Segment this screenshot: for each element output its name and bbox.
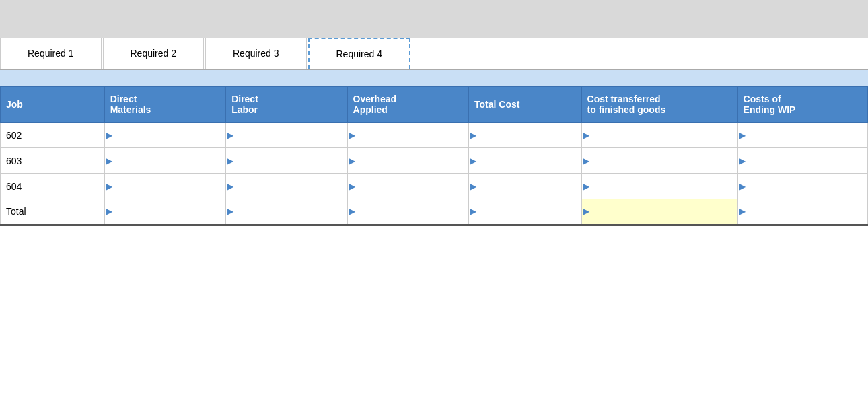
header-banner [0, 0, 868, 38]
input-ctfg-row3[interactable] [582, 199, 737, 224]
tab-required1[interactable]: Required 1 [0, 38, 102, 69]
cell-ewip-row3[interactable]: ▶ [737, 199, 867, 225]
row-label-3: Total [1, 199, 105, 225]
row-label-1: 603 [1, 148, 105, 174]
tab-required3[interactable]: Required 3 [205, 38, 307, 69]
cell-dm-row1[interactable]: ▶ [104, 148, 225, 174]
arrow-icon: ▶ [470, 156, 476, 166]
table-row: Total▶▶▶▶▶▶ [1, 199, 868, 225]
arrow-icon: ▶ [470, 207, 476, 216]
arrow-icon: ▶ [739, 131, 746, 140]
arrow-icon: ▶ [739, 156, 746, 166]
table-header-row: Job DirectMaterials DirectLabor Overhead… [1, 87, 868, 123]
cell-dl-row1[interactable]: ▶ [226, 148, 347, 174]
table-row: 603▶▶▶▶▶▶ [1, 148, 868, 174]
arrow-icon: ▶ [739, 182, 746, 191]
cell-oa-row1[interactable]: ▶ [347, 148, 468, 174]
arrow-icon: ▶ [349, 156, 355, 166]
cell-dl-row3[interactable]: ▶ [226, 199, 347, 225]
arrow-icon: ▶ [227, 207, 233, 216]
input-ewip-row2[interactable] [738, 174, 867, 199]
input-tc-row1[interactable] [469, 148, 581, 173]
input-ewip-row1[interactable] [738, 148, 867, 173]
arrow-icon: ▶ [106, 207, 112, 216]
cell-ctfg-row2[interactable]: ▶ [581, 174, 737, 199]
cell-dm-row3[interactable]: ▶ [104, 199, 225, 225]
col-header-job: Job [1, 87, 105, 123]
input-oa-row1[interactable] [348, 148, 468, 173]
input-dm-row2[interactable] [105, 174, 225, 199]
cell-dm-row2[interactable]: ▶ [104, 174, 225, 199]
tab-required4[interactable]: Required 4 [308, 38, 411, 69]
input-oa-row2[interactable] [348, 174, 468, 199]
cell-tc-row2[interactable]: ▶ [469, 174, 582, 199]
arrow-icon: ▶ [583, 131, 589, 140]
row-label-0: 602 [1, 123, 105, 148]
input-ewip-row0[interactable] [738, 123, 867, 147]
arrow-icon: ▶ [227, 131, 233, 140]
cell-dl-row0[interactable]: ▶ [226, 123, 347, 148]
cell-dm-row0[interactable]: ▶ [104, 123, 225, 148]
tab-required2[interactable]: Required 2 [103, 38, 205, 69]
arrow-icon: ▶ [739, 207, 746, 216]
input-dm-row3[interactable] [105, 199, 225, 224]
table-wrapper: Job DirectMaterials DirectLabor Overhead… [0, 86, 868, 226]
cell-ewip-row0[interactable]: ▶ [737, 123, 867, 148]
arrow-icon: ▶ [583, 182, 589, 191]
col-header-ewip: Costs ofEnding WIP [737, 87, 867, 123]
tabs-container: Required 1 Required 2 Required 3 Require… [0, 38, 868, 70]
arrow-icon: ▶ [106, 131, 112, 140]
col-header-ctfg: Cost transferredto finished goods [581, 87, 737, 123]
input-tc-row3[interactable] [469, 199, 581, 224]
arrow-icon: ▶ [583, 207, 589, 216]
input-ctfg-row0[interactable] [582, 123, 737, 147]
arrow-icon: ▶ [227, 182, 233, 191]
arrow-icon: ▶ [470, 131, 476, 140]
col-header-oa: OverheadApplied [347, 87, 468, 123]
arrow-icon: ▶ [349, 207, 355, 216]
cell-ctfg-row0[interactable]: ▶ [581, 123, 737, 148]
cost-table: Job DirectMaterials DirectLabor Overhead… [0, 86, 868, 226]
arrow-icon: ▶ [106, 156, 112, 166]
input-tc-row2[interactable] [469, 174, 581, 199]
col-header-dm: DirectMaterials [104, 87, 225, 123]
input-dm-row1[interactable] [105, 148, 225, 173]
input-ctfg-row2[interactable] [582, 174, 737, 199]
arrow-icon: ▶ [227, 156, 233, 166]
input-dl-row1[interactable] [226, 148, 347, 173]
input-dm-row0[interactable] [105, 123, 225, 147]
cell-tc-row0[interactable]: ▶ [469, 123, 582, 148]
input-oa-row3[interactable] [348, 199, 468, 224]
cell-ctfg-row3[interactable]: ▶ [581, 199, 737, 225]
question-bar [0, 70, 868, 86]
input-dl-row2[interactable] [226, 174, 347, 199]
input-dl-row0[interactable] [226, 123, 347, 147]
cell-oa-row2[interactable]: ▶ [347, 174, 468, 199]
cell-tc-row3[interactable]: ▶ [469, 199, 582, 225]
input-ewip-row3[interactable] [738, 199, 867, 224]
cell-dl-row2[interactable]: ▶ [226, 174, 347, 199]
col-header-dl: DirectLabor [226, 87, 347, 123]
cell-tc-row1[interactable]: ▶ [469, 148, 582, 174]
arrow-icon: ▶ [106, 182, 112, 191]
input-oa-row0[interactable] [348, 123, 468, 147]
col-header-tc: Total Cost [469, 87, 582, 123]
cell-ewip-row2[interactable]: ▶ [737, 174, 867, 199]
cell-oa-row0[interactable]: ▶ [347, 123, 468, 148]
cell-oa-row3[interactable]: ▶ [347, 199, 468, 225]
input-dl-row3[interactable] [226, 199, 347, 224]
table-row: 604▶▶▶▶▶▶ [1, 174, 868, 199]
cell-ctfg-row1[interactable]: ▶ [581, 148, 737, 174]
arrow-icon: ▶ [349, 131, 355, 140]
arrow-icon: ▶ [583, 156, 589, 166]
input-tc-row0[interactable] [469, 123, 581, 147]
table-row: 602▶▶▶▶▶▶ [1, 123, 868, 148]
arrow-icon: ▶ [470, 182, 476, 191]
row-label-2: 604 [1, 174, 105, 199]
arrow-icon: ▶ [349, 182, 355, 191]
input-ctfg-row1[interactable] [582, 148, 737, 173]
cell-ewip-row1[interactable]: ▶ [737, 148, 867, 174]
